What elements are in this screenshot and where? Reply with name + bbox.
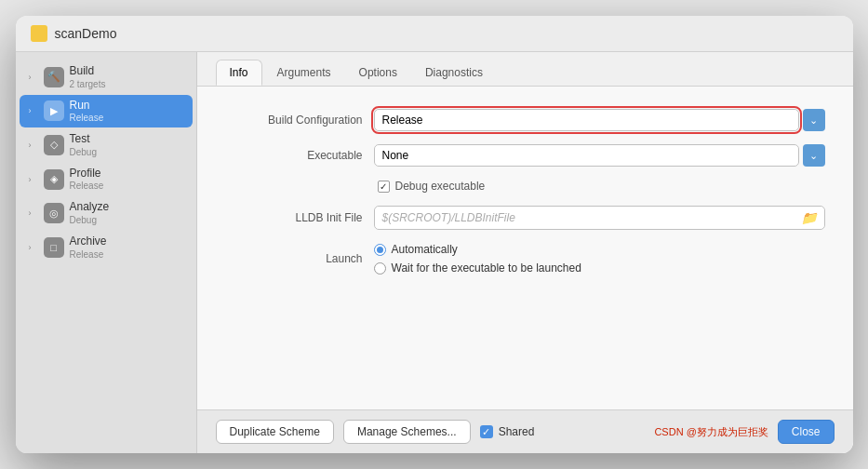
run-icon: ▶ — [44, 100, 64, 121]
scheme-icon — [31, 25, 47, 42]
chevron-icon: › — [29, 106, 40, 115]
test-icon: ◇ — [44, 135, 64, 155]
executable-arrow[interactable]: ⌄ — [803, 144, 825, 167]
launch-radio-group: Automatically Wait for the executable to… — [374, 243, 581, 275]
lldb-input[interactable]: $(SRCROOT)/LLDBInitFile 📁 — [374, 206, 825, 230]
debug-exec-checkbox[interactable] — [378, 181, 390, 193]
bottom-bar: Duplicate Scheme Manage Schemes... ✓ Sha… — [197, 409, 853, 453]
lldb-row: LLDB Init File $(SRCROOT)/LLDBInitFile 📁 — [225, 206, 825, 230]
executable-row: Executable None ⌄ — [225, 144, 825, 167]
archive-item-subtitle: Release — [70, 249, 185, 261]
chevron-icon: › — [29, 175, 40, 184]
folder-icon: 📁 — [801, 210, 817, 225]
content-area: Info Arguments Options Diagnostics Build… — [197, 52, 853, 453]
chevron-icon: › — [29, 208, 40, 218]
main-content: › 🔨 Build 2 targets › ▶ Run Release › ◇ — [16, 52, 853, 453]
launch-wait-label: Wait for the executable to be launched — [392, 261, 581, 275]
tab-options[interactable]: Options — [346, 60, 410, 85]
launch-control: Automatically Wait for the executable to… — [374, 243, 825, 275]
launch-wait-radio[interactable] — [374, 262, 386, 275]
analyze-icon: ◎ — [44, 203, 64, 223]
build-config-control: Release ⌄ — [374, 109, 825, 131]
launch-label: Launch — [225, 252, 374, 265]
launch-row: Launch Automatically Wait for the execut… — [225, 243, 825, 275]
executable-value: None — [382, 149, 409, 162]
debug-exec-label: Debug executable — [395, 180, 486, 193]
run-item-title: Run — [70, 99, 185, 114]
build-item-title: Build — [70, 64, 185, 79]
close-button[interactable]: Close — [778, 420, 835, 444]
analyze-item-text: Analyze Debug — [70, 200, 185, 226]
archive-icon: □ — [44, 237, 64, 258]
launch-auto-option[interactable]: Automatically — [374, 243, 581, 256]
executable-control: None ⌄ — [374, 144, 825, 167]
lldb-control: $(SRCROOT)/LLDBInitFile 📁 — [374, 206, 825, 230]
watermark-text: CSDN @努力成为巨拒奖 — [654, 425, 768, 439]
tab-diagnostics[interactable]: Diagnostics — [412, 60, 496, 85]
tab-arguments[interactable]: Arguments — [264, 60, 344, 85]
build-config-select[interactable]: Release — [374, 109, 799, 131]
test-item-subtitle: Debug — [70, 147, 185, 158]
chevron-icon: › — [29, 243, 40, 252]
build-item-subtitle: 2 targets — [70, 79, 185, 90]
profile-item-title: Profile — [70, 167, 185, 181]
tabs-bar: Info Arguments Options Diagnostics — [197, 52, 853, 87]
sidebar-item-profile[interactable]: › ◈ Profile Release — [20, 163, 193, 196]
build-config-arrow[interactable]: ⌄ — [803, 109, 825, 131]
tab-info[interactable]: Info — [216, 60, 262, 86]
launch-wait-option[interactable]: Wait for the executable to be launched — [374, 261, 581, 275]
analyze-item-subtitle: Debug — [70, 215, 185, 226]
shared-row: ✓ Shared — [480, 425, 535, 438]
chevron-icon: › — [29, 141, 40, 150]
sidebar-item-archive[interactable]: › □ Archive Release — [20, 231, 193, 264]
build-icon: 🔨 — [44, 67, 64, 87]
sidebar: › 🔨 Build 2 targets › ▶ Run Release › ◇ — [16, 52, 197, 453]
launch-auto-label: Automatically — [392, 243, 458, 256]
shared-checkbox[interactable]: ✓ — [480, 425, 493, 438]
build-config-value: Release — [382, 114, 423, 127]
build-item-text: Build 2 targets — [70, 64, 185, 90]
executable-label: Executable — [225, 149, 374, 162]
chevron-icon: › — [29, 73, 40, 82]
sidebar-item-test[interactable]: › ◇ Test Debug — [20, 128, 193, 162]
sidebar-item-analyze[interactable]: › ◎ Analyze Debug — [20, 196, 193, 230]
analyze-item-title: Analyze — [70, 200, 185, 215]
run-item-text: Run Release — [70, 99, 185, 125]
manage-schemes-button[interactable]: Manage Schemes... — [343, 420, 471, 444]
profile-icon: ◈ — [44, 169, 64, 190]
profile-item-subtitle: Release — [70, 181, 185, 192]
build-config-row: Build Configuration Release ⌄ — [225, 109, 825, 131]
archive-item-text: Archive Release — [70, 234, 185, 261]
test-item-title: Test — [70, 132, 185, 147]
build-config-label: Build Configuration — [225, 114, 374, 127]
shared-label: Shared — [499, 425, 535, 438]
lldb-placeholder: $(SRCROOT)/LLDBInitFile — [382, 211, 515, 224]
scheme-editor-dialog: scanDemo › 🔨 Build 2 targets › ▶ Run Rel… — [16, 16, 853, 453]
title-bar: scanDemo — [16, 16, 853, 52]
lldb-label: LLDB Init File — [225, 211, 374, 224]
sidebar-item-run[interactable]: › ▶ Run Release — [20, 95, 193, 128]
profile-item-text: Profile Release — [70, 167, 185, 193]
archive-item-title: Archive — [70, 234, 185, 249]
run-item-subtitle: Release — [70, 113, 185, 124]
debug-exec-control: Debug executable — [374, 180, 825, 193]
debug-exec-row: Debug executable — [225, 180, 825, 193]
duplicate-scheme-button[interactable]: Duplicate Scheme — [216, 420, 334, 444]
dialog-title: scanDemo — [55, 26, 117, 41]
form-area: Build Configuration Release ⌄ Executable… — [197, 87, 853, 409]
launch-auto-radio[interactable] — [374, 244, 386, 256]
executable-select[interactable]: None — [374, 144, 799, 167]
sidebar-item-build[interactable]: › 🔨 Build 2 targets — [20, 60, 193, 94]
debug-exec-checkbox-row[interactable]: Debug executable — [378, 180, 486, 193]
test-item-text: Test Debug — [70, 132, 185, 158]
